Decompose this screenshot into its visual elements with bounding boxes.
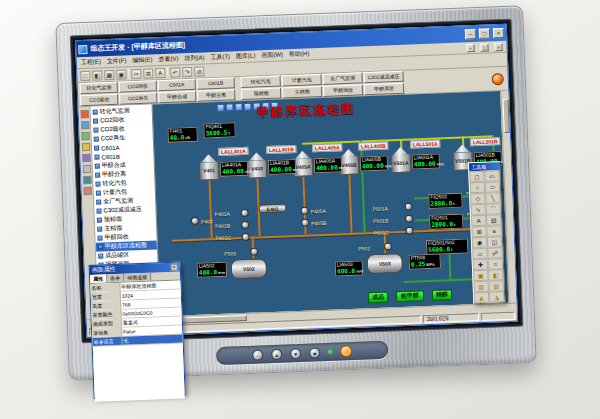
- mirror-tool-icon[interactable]: ◧: [488, 269, 503, 281]
- power-button[interactable]: [340, 345, 352, 357]
- point-tool-icon[interactable]: ◉: [472, 237, 487, 249]
- cut-icon[interactable]: ✂: [131, 68, 141, 78]
- menu-view[interactable]: 查看(V): [158, 54, 178, 64]
- nav-tab[interactable]: 转化气监测: [80, 82, 118, 94]
- pump-label: P503: [224, 250, 236, 256]
- osd-control-strip: − ▲ ▼ ■: [216, 341, 389, 366]
- nav-tab[interactable]: 甲醇回收: [323, 84, 363, 97]
- roundrect-tool-icon[interactable]: ▭: [484, 170, 499, 182]
- close-button[interactable]: ×: [493, 28, 504, 38]
- copy-icon[interactable]: ⧉: [143, 68, 153, 78]
- nav-tab[interactable]: CO2吸收: [80, 94, 118, 106]
- align-center-icon[interactable]: [226, 103, 234, 111]
- text-tool-icon[interactable]: A: [471, 215, 486, 227]
- line-tool-icon[interactable]: [81, 121, 89, 129]
- shape-tool-icon[interactable]: [80, 110, 88, 118]
- nav-tab[interactable]: 计量汽包: [281, 74, 321, 87]
- nav-tab[interactable]: C601B: [197, 77, 235, 89]
- undo-icon[interactable]: ↶: [170, 67, 180, 77]
- menu-tool-icon[interactable]: ≡: [486, 225, 501, 237]
- bitmap-tool-icon[interactable]: ▤: [486, 214, 501, 226]
- nav-tab[interactable]: CO2再生: [119, 92, 157, 104]
- line-tool-icon[interactable]: ╲: [485, 192, 500, 204]
- minimize-button[interactable]: –: [465, 29, 476, 39]
- nav-tab[interactable]: CO2回收: [119, 80, 157, 92]
- select-tool-icon[interactable]: [82, 154, 90, 162]
- menu-tools[interactable]: 工具(T): [210, 52, 230, 62]
- pump-icon: [250, 247, 258, 255]
- menu-window[interactable]: 画面(W): [261, 50, 283, 60]
- rotate-tool-icon[interactable]: ▣: [473, 270, 488, 282]
- osd-up-button[interactable]: ▲: [271, 348, 282, 359]
- child-close-button[interactable]: ×: [494, 42, 502, 50]
- redo-icon[interactable]: ↷: [182, 66, 192, 76]
- grid-tool-icon[interactable]: ⌗: [488, 258, 503, 270]
- nav-tab[interactable]: 预精馏: [241, 88, 281, 101]
- nav-tab[interactable]: C601A: [158, 79, 196, 91]
- trend-tool-icon[interactable]: ▱: [472, 248, 487, 260]
- osd-down-button[interactable]: ▼: [290, 347, 301, 358]
- button-tool-icon[interactable]: ⊞: [471, 226, 486, 238]
- fill-tool-icon[interactable]: ▥: [474, 281, 489, 293]
- arc-tool-icon[interactable]: ⌒: [486, 203, 501, 215]
- nav-tab[interactable]: 甲醇合成: [158, 91, 196, 103]
- nav-tab[interactable]: 甲醇分离: [197, 89, 235, 101]
- grid-tool-icon[interactable]: [82, 165, 90, 173]
- menu-library[interactable]: 图库(L): [236, 51, 256, 61]
- ellipse-tool-icon[interactable]: ⬭: [485, 181, 500, 193]
- align-right-icon[interactable]: [235, 103, 243, 111]
- print-icon[interactable]: ▣: [116, 69, 126, 79]
- nav-button-product[interactable]: 成品: [368, 292, 388, 304]
- library-tool-icon[interactable]: [83, 176, 91, 184]
- new-file-icon[interactable]: □: [80, 70, 90, 80]
- brightness-down-button[interactable]: −: [252, 349, 263, 360]
- rect-tool-icon[interactable]: ◻: [469, 171, 484, 183]
- text-tool-icon[interactable]: [81, 143, 89, 151]
- menu-project[interactable]: 工程(E): [81, 57, 101, 67]
- tab-commands[interactable]: 命令: [107, 274, 124, 283]
- text-tool-icon[interactable]: A: [155, 67, 165, 77]
- maximize-button[interactable]: □: [479, 28, 490, 38]
- flip-up-tool-icon[interactable]: ◭: [474, 292, 489, 304]
- menu-edit[interactable]: 编辑(E): [132, 55, 152, 65]
- nav-button-crude-methanol[interactable]: 粗甲醇: [396, 290, 424, 302]
- nav-tab[interactable]: 全厂气监测: [322, 72, 362, 85]
- zoom-icon[interactable]: ◎: [194, 66, 204, 76]
- scrollbar-thumb[interactable]: [503, 99, 510, 133]
- align-top-icon[interactable]: [244, 103, 252, 111]
- align-left-icon[interactable]: [217, 104, 225, 112]
- polygon-tool-icon[interactable]: ◇: [470, 193, 485, 205]
- open-file-icon[interactable]: ◧: [92, 70, 102, 80]
- menu-help[interactable]: 帮助(H): [289, 49, 310, 59]
- fill-tool-icon[interactable]: [81, 132, 89, 140]
- screen-icon: [97, 235, 102, 240]
- save-icon[interactable]: ▦: [104, 69, 114, 79]
- child-restore-button[interactable]: □: [480, 43, 488, 51]
- menu-arrange[interactable]: 排列(A): [184, 53, 204, 63]
- nav-tab[interactable]: 甲醇库区: [364, 83, 404, 96]
- tab-properties[interactable]: 属性: [90, 274, 107, 283]
- screen-icon: [93, 119, 98, 124]
- pipe: [360, 140, 366, 234]
- display-lia405b: LIA405B400.00mm: [360, 155, 389, 171]
- pump-label: P401C: [216, 235, 232, 242]
- cross-tool-icon[interactable]: ✚: [473, 259, 488, 271]
- circle-tool-icon[interactable]: ○: [470, 182, 485, 194]
- alarm-tool-icon[interactable]: [83, 187, 91, 195]
- flip-down-tool-icon[interactable]: ◮: [489, 291, 504, 303]
- window-tool-icon[interactable]: ◫: [487, 236, 502, 248]
- close-icon[interactable]: ×: [171, 264, 178, 271]
- power-led: [328, 350, 332, 354]
- menu-file[interactable]: 文件(F): [107, 56, 127, 66]
- report-tool-icon[interactable]: ☍: [487, 247, 502, 259]
- pattern-tool-icon[interactable]: ▨: [489, 280, 504, 292]
- nav-tab[interactable]: 转化汽包: [241, 76, 281, 89]
- tank-v401: V401: [198, 154, 219, 181]
- child-minimize-button[interactable]: –: [466, 44, 474, 52]
- tab-animation[interactable]: 动画连接: [124, 273, 151, 282]
- nav-tab[interactable]: 主精馏: [282, 86, 322, 99]
- osd-menu-button[interactable]: ■: [309, 347, 320, 358]
- nav-tab[interactable]: C302减温减压: [363, 71, 403, 84]
- nav-button-refined-methanol[interactable]: 精醇: [432, 289, 452, 301]
- curve-tool-icon[interactable]: ∿: [471, 204, 486, 216]
